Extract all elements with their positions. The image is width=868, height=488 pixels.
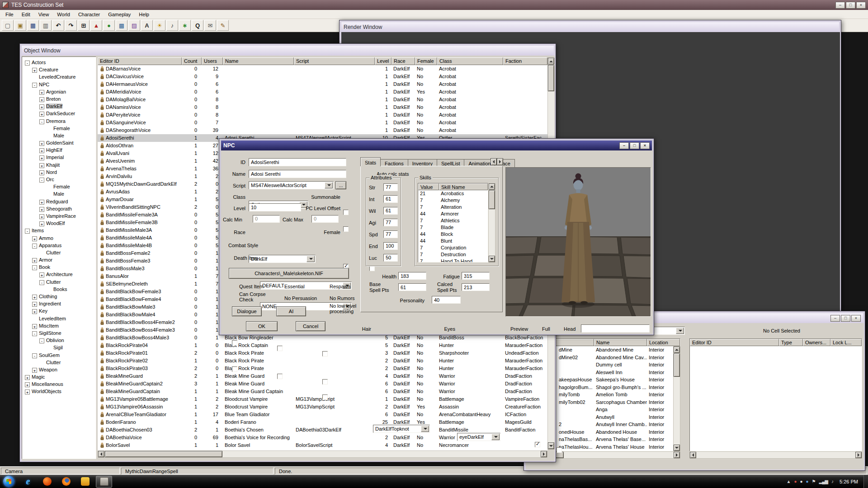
column-header-race[interactable]: Race [392,57,415,65]
tree-item[interactable]: Male [22,132,96,139]
table-horizontal-scrollbar[interactable] [98,450,547,458]
tree-item[interactable]: Clutter [22,359,96,366]
npc-dialog-titlebar[interactable]: NPC – □ × [221,141,652,150]
tree-expand-icon[interactable]: - [39,280,44,285]
tree-expand-icon[interactable]: + [25,375,30,380]
tree-expand-icon[interactable]: + [39,112,44,117]
tree-item[interactable]: -SoulGem [22,352,96,359]
minimize-button[interactable]: – [830,315,840,322]
maximize-button[interactable]: □ [630,142,639,149]
tree-item[interactable]: Sigil [22,344,96,351]
tree-item[interactable]: +Key [22,307,96,314]
tree-item[interactable]: +Nord [22,169,96,176]
attribute-field[interactable]: 77 [383,219,398,226]
open-folder-icon[interactable]: ▣ [14,20,26,31]
column-header-level[interactable]: Level [375,57,392,65]
document-icon[interactable]: ▥ [40,20,52,31]
attribute-field[interactable]: 50 [383,254,398,262]
tree-expand-icon[interactable]: + [39,163,44,168]
save-icon[interactable]: ▦ [27,20,39,31]
tree-expand-icon[interactable]: - [25,61,30,66]
tree-expand-icon[interactable]: + [25,382,30,387]
skeleton-file-button[interactable]: Characters\_Male\skeleton.NIF [229,268,349,279]
tab-scroll-left-icon[interactable] [491,158,497,165]
tree-expand-icon[interactable]: + [39,155,44,160]
tree-item[interactable]: -Dremora [22,117,96,125]
can-corpse-check-checkbox[interactable] [232,366,237,372]
construction-set-taskbar-icon[interactable] [96,476,112,488]
skill-row[interactable]: 7 Blade [418,224,488,231]
tree-item[interactable]: +Redguard [22,198,96,205]
column-header-object-editor-id[interactable]: Editor ID [690,339,779,346]
skills-vertical-scrollbar[interactable] [488,183,495,263]
column-header-object-type[interactable]: Type [779,339,803,346]
tree-item[interactable]: +GoldenSaint [22,139,96,146]
column-header-script[interactable]: Script [294,57,375,65]
skill-row[interactable]: 21 Acrobatics [418,190,488,197]
tree-item[interactable]: -Book [22,263,96,271]
table-row[interactable]: MG13Vampire06Assassin 1 2 Bloodcrust Vam… [98,403,547,411]
preview-text-field[interactable] [581,324,650,333]
no-rumors-checkbox[interactable] [322,379,328,385]
tree-item[interactable]: +Khajiit [22,161,96,169]
tree-item[interactable]: +Sheogorath [22,205,96,212]
cell-list-vertical-scrollbar[interactable] [673,346,680,451]
tray-shield-icon[interactable]: ● [794,479,796,484]
minimize-button[interactable]: – [619,142,629,149]
internet-explorer-icon[interactable]: e [20,476,36,488]
tree-expand-icon[interactable]: + [39,214,44,219]
column-header-count[interactable]: Count [182,57,202,65]
tree-item[interactable]: -SigilStone [22,329,96,337]
table-row[interactable]: BlackRockPirate02 1 0 Black Rock Pirate … [98,357,547,365]
angle-snap-icon[interactable]: ▲ [90,20,102,31]
minimize-button[interactable]: – [835,2,845,9]
edit-icon[interactable]: ✎ [217,20,229,31]
render-window-titlebar[interactable]: Render Window [341,22,839,32]
table-row[interactable]: BoderiFarano 1 4 Boderi Farano 25 DarkEl… [98,418,547,426]
skill-row[interactable]: 44 Blunt [418,238,488,244]
tree-expand-icon[interactable]: - [32,83,37,88]
table-row[interactable]: DASheogorathVoice 0 39 1 DarkElf No Acro… [98,127,547,134]
volume-icon[interactable]: ♪ [831,479,833,484]
media-player-icon[interactable] [39,476,55,488]
tray-sync-icon[interactable]: ● [806,479,808,484]
skill-row[interactable]: 44 Block [418,231,488,238]
pc-level-offset-checkbox[interactable] [343,226,349,232]
region-icon[interactable]: ▨ [128,20,140,31]
redo-icon[interactable]: ↷ [65,20,77,31]
table-row[interactable]: DAPeryiteVoice 0 8 1 DarkElf No Acrobat [98,111,547,119]
tree-expand-icon[interactable]: + [39,97,44,102]
base-spell-pts-field[interactable] [398,283,426,291]
tree-item[interactable]: LeveledItem [22,315,96,322]
undo-icon[interactable]: ↶ [52,20,64,31]
tree-item[interactable]: -Items [22,227,96,234]
taskbar-clock[interactable]: 5:26 PM [834,479,863,484]
table-row[interactable]: DANamiraVoice 0 8 1 DarkElf No Acrobat [98,103,547,111]
tree-expand-icon[interactable]: + [32,368,37,373]
tree-item[interactable]: -NPC [22,81,96,88]
tree-item[interactable]: +Ingredient [22,300,96,307]
menu-item[interactable]: Help [135,10,153,19]
tree-expand-icon[interactable]: + [32,324,37,329]
skill-row[interactable]: 7 Alteration [418,204,488,211]
tree-item[interactable]: Female [22,183,96,190]
main-titlebar[interactable]: TES Construction Set – □ × [0,0,868,10]
menu-item[interactable]: Gameplay [104,10,135,19]
network-icon[interactable]: ▂▄▆ [819,479,828,484]
column-header-faction[interactable]: Faction [503,57,547,65]
tree-expand-icon[interactable]: + [39,104,44,109]
tray-update-icon[interactable]: ● [800,479,802,484]
close-button[interactable]: × [856,2,866,9]
tree-item[interactable]: +Weapon [22,366,96,373]
attribute-field[interactable]: 61 [383,195,398,203]
sound-icon[interactable]: ♪ [166,20,178,31]
tree-expand-icon[interactable]: + [39,90,44,95]
light-icon[interactable]: ☀ [154,20,165,31]
ok-button[interactable]: OK [246,321,278,331]
object-window-titlebar[interactable]: Object Window [22,46,554,56]
preview-full-checkbox[interactable] [535,442,540,447]
tree-item[interactable]: -Oblivion [22,337,96,344]
maximize-button[interactable]: □ [841,315,850,322]
tree-item[interactable]: +Breton [22,95,96,103]
tree-item[interactable]: +Imperial [22,154,96,161]
